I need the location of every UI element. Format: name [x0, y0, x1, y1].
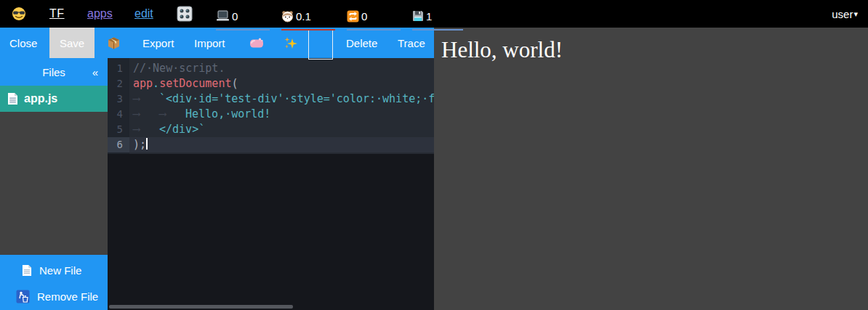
- floppy-icon: [412, 10, 424, 22]
- control-knobs-icon[interactable]: [177, 0, 193, 28]
- line-number: 3: [108, 91, 129, 107]
- hamster-icon: [281, 10, 294, 23]
- chevron-down-icon: ▾: [853, 9, 858, 19]
- code-editor[interactable]: 1 //·New·script. 2 app.setDocument( 3 ⟶`…: [108, 58, 434, 310]
- apps-link[interactable]: apps: [87, 0, 113, 28]
- save-counter-field[interactable]: 1: [412, 3, 463, 30]
- code-token: //·New·script.: [133, 62, 225, 75]
- repeat-counter-value: 0: [361, 10, 367, 23]
- file-item-label: app.js: [24, 92, 57, 105]
- code-token: `<div·id='test-div'·style='color:·white;…: [159, 92, 434, 105]
- code-token: (: [231, 77, 238, 90]
- brand-link[interactable]: TF: [49, 0, 65, 28]
- new-page-icon: [22, 264, 32, 277]
- tab-whitespace-icon: ⟶: [133, 91, 159, 107]
- laptop-icon: [216, 10, 230, 22]
- line-number: 1: [108, 61, 129, 76]
- code-lines: 1 //·New·script. 2 app.setDocument( 3 ⟶`…: [108, 58, 434, 154]
- horizontal-scrollbar[interactable]: [109, 305, 293, 309]
- export-button[interactable]: Export: [142, 28, 174, 58]
- top-bar: TF apps edit 0: [0, 0, 868, 28]
- files-header: Files «: [0, 58, 108, 86]
- code-line-5: 5 ⟶</div>`: [108, 122, 434, 137]
- code-line-6-active: 6 );: [108, 137, 434, 152]
- collapse-sidebar-button[interactable]: «: [92, 58, 98, 86]
- delete-button[interactable]: Delete: [346, 28, 377, 58]
- user-menu[interactable]: user ▾: [832, 0, 858, 28]
- files-sidebar: Files « app.js: [0, 58, 108, 310]
- sidebar-actions: New File Remove File: [0, 255, 108, 310]
- smiley-sunglasses-icon[interactable]: [12, 0, 26, 28]
- cpu-counter-value: 0: [232, 10, 238, 23]
- code-line-2: 2 app.setDocument(: [108, 76, 434, 91]
- code-token: app: [133, 77, 153, 90]
- code-line-3: 3 ⟶`<div·id='test-div'·style='color:·whi…: [108, 91, 434, 107]
- line-number: 5: [108, 122, 129, 137]
- usage-counter-field[interactable]: 0.1: [281, 3, 335, 30]
- save-button[interactable]: Save: [49, 28, 95, 58]
- empty-toolbar-slot[interactable]: [308, 29, 333, 60]
- code-token: </div>`: [159, 123, 205, 136]
- line-number: 2: [108, 76, 129, 91]
- code-token: );: [133, 138, 146, 151]
- import-button[interactable]: Import: [194, 28, 225, 58]
- preview-hello-text: Hello, world!: [434, 28, 868, 63]
- code-line-1: 1 //·New·script.: [108, 61, 434, 76]
- tab-whitespace-icon: ⟶: [133, 122, 159, 137]
- file-item-appjs[interactable]: app.js: [0, 86, 108, 112]
- repeat-counter-field[interactable]: 0: [347, 3, 401, 30]
- close-button[interactable]: Close: [9, 28, 37, 58]
- usage-counter-value: 0.1: [296, 10, 311, 23]
- code-token: .: [153, 77, 159, 90]
- line-number: 6: [108, 137, 129, 152]
- editor-toolbar: Close Save Export Import Delete Trace: [0, 28, 434, 58]
- new-file-button[interactable]: New File: [0, 261, 108, 280]
- new-file-label: New File: [39, 264, 81, 277]
- save-counter-value: 1: [426, 10, 432, 23]
- text-cursor: [146, 138, 148, 150]
- repeat-icon: [347, 10, 359, 23]
- code-token: setDocument: [159, 77, 231, 90]
- soap-icon[interactable]: [249, 28, 264, 58]
- litter-bin-icon: [16, 290, 30, 303]
- package-icon[interactable]: [107, 28, 121, 58]
- cpu-counter-field[interactable]: 0: [216, 3, 270, 30]
- remove-file-button[interactable]: Remove File: [0, 287, 108, 306]
- document-preview-pane: Hello, world!: [434, 28, 868, 310]
- tab-whitespace-icon: ⟶: [159, 107, 185, 122]
- tab-whitespace-icon: ⟶: [133, 107, 159, 122]
- line-number: 4: [108, 107, 129, 122]
- code-line-4: 4 ⟶⟶Hello,·world!: [108, 107, 434, 122]
- edit-link[interactable]: edit: [134, 0, 153, 28]
- document-icon: [7, 92, 18, 105]
- files-header-label: Files: [42, 66, 65, 78]
- remove-file-label: Remove File: [37, 290, 98, 303]
- sparkles-icon[interactable]: [284, 28, 297, 58]
- trace-button[interactable]: Trace: [398, 28, 425, 58]
- user-menu-label: user: [832, 8, 853, 20]
- code-token: Hello,·world!: [185, 107, 270, 121]
